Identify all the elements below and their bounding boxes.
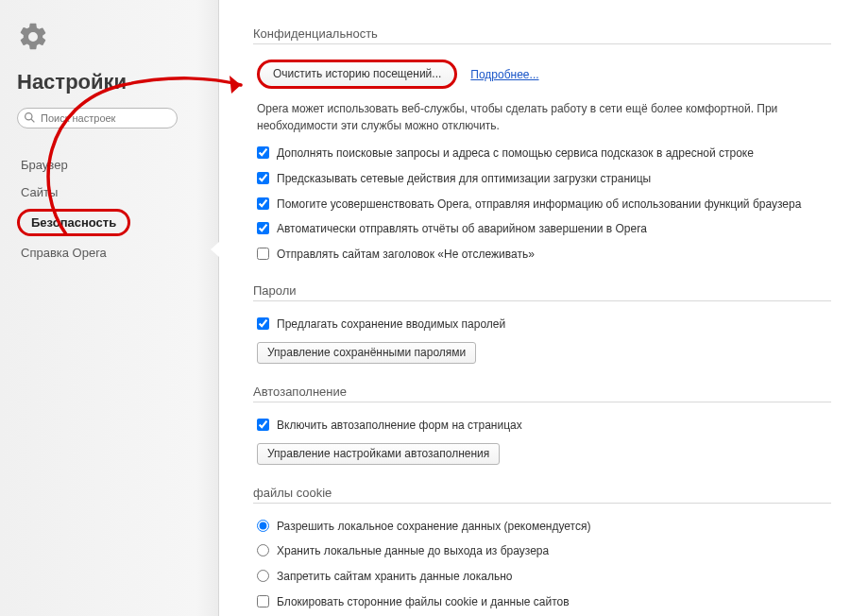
svg-line-1: [31, 119, 34, 122]
passwords-option-0: Предлагать сохранение вводимых паролей: [257, 317, 831, 333]
main-content: Конфиденциальность Очистить историю посе…: [219, 0, 851, 616]
search-wrap: [17, 108, 201, 128]
privacy-checkbox-crash[interactable]: [257, 222, 269, 234]
section-heading-passwords: Пароли: [253, 283, 831, 301]
autofill-option-0: Включить автозаполнение форм на страница…: [257, 418, 831, 434]
manage-autofill-button[interactable]: Управление настройками автозаполнения: [257, 443, 500, 465]
cookies-radio-1: Хранить локальные данные до выхода из бр…: [257, 543, 831, 559]
privacy-checkbox-dnt[interactable]: [257, 248, 269, 260]
search-input[interactable]: [17, 108, 178, 128]
privacy-learn-more-link[interactable]: Подробнее...: [470, 68, 538, 81]
selection-pointer-icon: [211, 242, 219, 257]
cookies-radio-0: Разрешить локальное сохранение данных (р…: [257, 519, 831, 535]
sidebar-item-sites[interactable]: Сайты: [17, 179, 201, 206]
manage-passwords-button[interactable]: Управление сохранёнными паролями: [257, 342, 476, 364]
cookies-checkbox-thirdparty[interactable]: [257, 595, 269, 607]
passwords-checkbox-offer-save[interactable]: [257, 317, 269, 330]
cookies-label-allow: Разрешить локальное сохранение данных (р…: [277, 519, 590, 535]
cookies-label-session: Хранить локальные данные до выхода из бр…: [277, 543, 549, 559]
privacy-checkbox-predict[interactable]: [257, 172, 269, 184]
privacy-label-predict: Предсказывать сетевые действия для оптим…: [277, 171, 651, 187]
section-autofill: Автозаполнение Включить автозаполнение ф…: [253, 385, 831, 465]
privacy-label-crash: Автоматически отправлять отчёты об авари…: [277, 221, 647, 237]
clear-history-button[interactable]: Очистить историю посещений...: [257, 60, 457, 89]
passwords-label-offer-save: Предлагать сохранение вводимых паролей: [277, 317, 505, 333]
cookies-radio-block[interactable]: [257, 570, 269, 582]
privacy-option-3: Автоматически отправлять отчёты об авари…: [257, 221, 831, 237]
search-icon: [24, 111, 36, 124]
privacy-label-improve: Помогите усовершенствовать Opera, отправ…: [277, 197, 801, 213]
svg-point-0: [26, 113, 32, 120]
privacy-checkbox-suggestions[interactable]: [257, 146, 269, 159]
sidebar-item-browser[interactable]: Браузер: [17, 151, 201, 179]
privacy-label-dnt: Отправлять сайтам заголовок «Не отслежив…: [277, 247, 535, 263]
section-cookies: файлы cookie Разрешить локальное сохране…: [253, 486, 831, 616]
cookies-radio-allow[interactable]: [257, 520, 269, 532]
cookies-thirdparty-row: Блокировать сторонние файлы cookie и дан…: [257, 594, 831, 610]
privacy-option-4: Отправлять сайтам заголовок «Не отслежив…: [257, 247, 831, 263]
cookies-label-block: Запретить сайтам хранить данные локально: [277, 569, 513, 585]
autofill-checkbox-enable[interactable]: [257, 419, 269, 431]
gear-icon: [17, 21, 49, 53]
privacy-label-suggestions: Дополнять поисковые запросы и адреса с п…: [277, 145, 754, 162]
sidebar-item-help[interactable]: Справка Opera: [17, 239, 201, 266]
section-heading-cookies: файлы cookie: [253, 486, 831, 504]
sidebar-item-security[interactable]: Безопасность: [17, 209, 130, 236]
autofill-label-enable: Включить автозаполнение форм на страница…: [277, 418, 522, 434]
section-passwords: Пароли Предлагать сохранение вводимых па…: [253, 283, 831, 364]
sidebar: Настройки Браузер Сайты Безопасность Спр…: [0, 0, 219, 616]
privacy-checkbox-improve[interactable]: [257, 197, 269, 210]
privacy-option-2: Помогите усовершенствовать Opera, отправ…: [257, 197, 831, 213]
privacy-option-1: Предсказывать сетевые действия для оптим…: [257, 171, 831, 187]
cookies-radio-2: Запретить сайтам хранить данные локально: [257, 569, 831, 585]
cookies-radio-session[interactable]: [257, 544, 269, 556]
section-heading-autofill: Автозаполнение: [253, 385, 831, 402]
section-privacy: Конфиденциальность Очистить историю посе…: [253, 26, 831, 263]
cookies-label-thirdparty: Блокировать сторонние файлы cookie и дан…: [277, 594, 570, 610]
privacy-option-0: Дополнять поисковые запросы и адреса с п…: [257, 145, 831, 162]
privacy-description: Opera может использовать веб-службы, что…: [257, 100, 827, 134]
section-heading-privacy: Конфиденциальность: [253, 26, 831, 44]
page-title: Настройки: [17, 70, 201, 94]
